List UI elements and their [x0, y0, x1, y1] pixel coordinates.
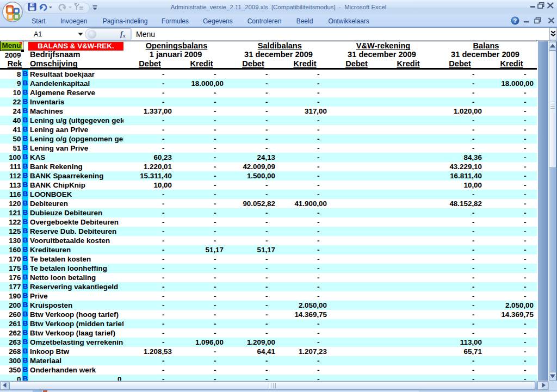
- svg-text:?: ?: [513, 17, 517, 24]
